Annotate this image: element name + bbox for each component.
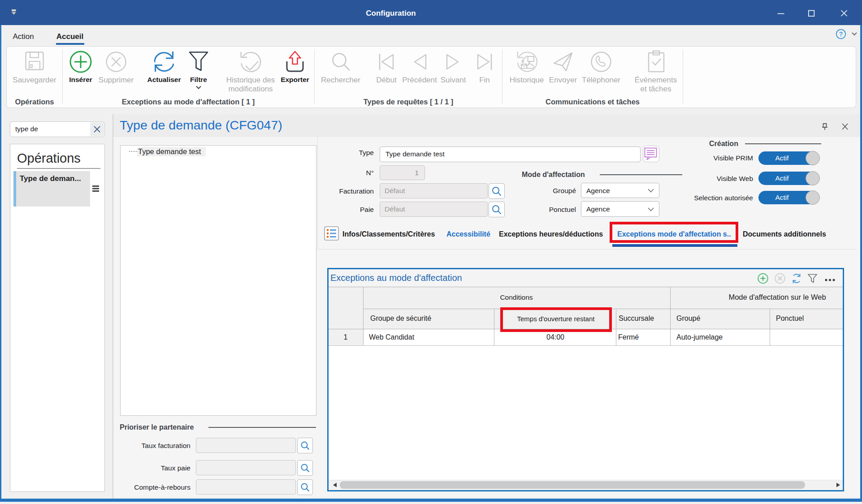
svg-text:?: ? xyxy=(839,30,843,38)
